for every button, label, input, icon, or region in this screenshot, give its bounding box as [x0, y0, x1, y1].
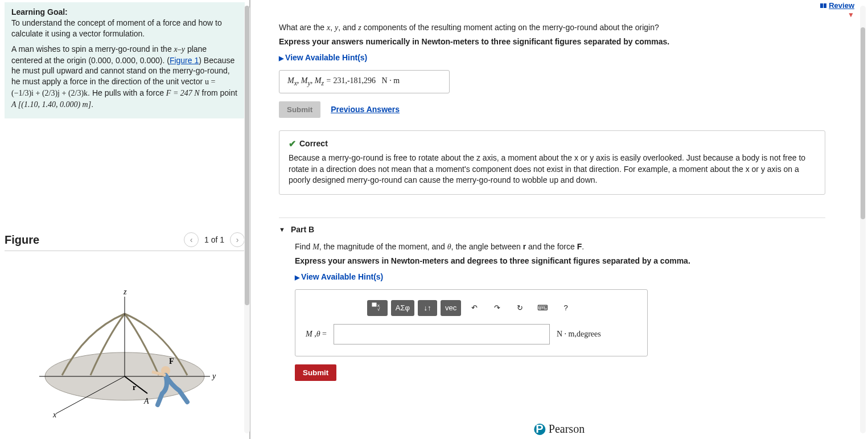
toolbar-keyboard-button[interactable]: ⌨ — [533, 300, 553, 316]
problem-statement: A man wishes to spin a merry-go-round in… — [11, 44, 238, 110]
partA-hints-toggle[interactable]: View Available Hint(s) — [279, 53, 825, 62]
partA-answer-value: 231,-181,296 — [333, 76, 376, 85]
force-value: F = 247 N — [166, 89, 200, 97]
content: What are the x, y, and z components of t… — [279, 23, 825, 381]
partA-submit-button[interactable]: Submit — [279, 101, 320, 118]
text: What are the — [279, 23, 327, 32]
partA-submit-row: Submit Previous Answers — [279, 101, 825, 118]
force-F-label: F — [169, 357, 174, 366]
partB-answer-box: x√ ΑΣφ ↓↑ vec ↶ ↷ ↻ ⌨ ? M ,θ = N — [295, 289, 648, 356]
axis-z-label: z — [123, 288, 127, 296]
review-label: Review — [829, 1, 854, 10]
figure-pager: ‹ 1 of 1 › — [184, 232, 245, 247]
axis-x-label: x — [52, 411, 57, 419]
toolbar-greek-button[interactable]: ΑΣφ — [391, 300, 414, 316]
partA-question: What are the x, y, and z components of t… — [279, 23, 825, 32]
text: A man wishes to spin a merry-go-round in… — [11, 44, 174, 54]
input-label: M ,θ = — [306, 330, 327, 339]
partB-hints-toggle[interactable]: View Available Hint(s) — [295, 272, 825, 281]
goal-text: To understand the concept of moment of a… — [11, 18, 222, 38]
right-pane: Review ▼ What are the x, y, and z compon… — [250, 0, 868, 439]
figure-next-button[interactable]: › — [230, 232, 245, 247]
equation-toolbar: x√ ΑΣφ ↓↑ vec ↶ ↷ ↻ ⌨ ? — [306, 300, 637, 316]
toolbar-vec-button[interactable]: vec — [441, 300, 461, 316]
answer-label: Mx, My, Mz = — [287, 76, 333, 85]
left-scrollbar[interactable] — [244, 6, 250, 433]
learning-goal-box: Learning Goal: To understand the concept… — [5, 2, 245, 118]
axis-y-label: y — [211, 372, 216, 380]
partA-feedback: ✔ Correct Because a merry-go-round is fr… — [279, 130, 825, 195]
vector-r-label: r — [133, 383, 136, 392]
figure-pager-text: 1 of 1 — [204, 235, 224, 244]
scroll-thumb[interactable] — [861, 27, 865, 220]
svg-text:√: √ — [377, 307, 380, 311]
right-scrollbar[interactable] — [860, 6, 866, 433]
figure-prev-button[interactable]: ‹ — [184, 232, 199, 247]
figure-header: Figure ‹ 1 of 1 › — [5, 232, 245, 251]
partB-header[interactable]: Part B — [279, 218, 825, 234]
correct-body: Because a merry-go-round is free to rota… — [289, 153, 805, 184]
pearson-label: Pearson — [549, 422, 585, 436]
origin-coords: (0.000, 0.000, 0.000) — [88, 56, 162, 65]
toolbar-reset-button[interactable]: ↻ — [510, 300, 529, 316]
partB-units: N · m,degrees — [557, 330, 601, 339]
left-pane: Learning Goal: To understand the concept… — [0, 0, 250, 439]
check-icon: ✔ — [289, 138, 296, 150]
partA-instruction: Express your answers numerically in Newt… — [279, 37, 825, 46]
svg-rect-7 — [372, 303, 376, 306]
partA-answer-display: Mx, My, Mz = 231,-181,296 N · m — [279, 70, 450, 93]
text: from point — [200, 88, 237, 97]
toolbar-redo-button[interactable]: ↷ — [487, 300, 507, 316]
text: . He pulls with a force — [88, 88, 166, 97]
figure-title: Figure — [5, 233, 39, 247]
chevron-down-icon[interactable]: ▼ — [848, 11, 854, 19]
point-A-label: A — [143, 397, 149, 405]
toolbar-template-button[interactable]: x√ — [367, 300, 388, 316]
scroll-thumb[interactable] — [245, 6, 249, 305]
partB-body: Find M, the magnitude of the moment, and… — [295, 242, 825, 381]
partB-answer-input[interactable] — [334, 324, 550, 344]
correct-header: ✔ Correct — [289, 138, 816, 150]
point-A: A [(1.10, 1.40, 0.000) m] — [11, 100, 91, 109]
figure-image: z y x A F r — [5, 268, 245, 428]
goal-title: Learning Goal: — [11, 7, 68, 17]
previous-answers-link[interactable]: Previous Answers — [331, 105, 400, 114]
pearson-brand: P Pearson — [534, 422, 585, 436]
review-link[interactable]: Review — [820, 1, 854, 10]
correct-title: Correct — [299, 138, 328, 150]
toolbar-subscript-button[interactable]: ↓↑ — [418, 300, 437, 316]
partB-instruction: Express your answers in Newton-meters an… — [295, 256, 825, 265]
partB-submit-button[interactable]: Submit — [295, 364, 336, 381]
partB-question: Find M, the magnitude of the moment, and… — [295, 242, 825, 252]
partB-input-row: M ,θ = N · m,degrees — [306, 324, 637, 344]
review-icon — [820, 3, 826, 8]
toolbar-help-button[interactable]: ? — [556, 300, 575, 316]
top-bar: Review ▼ — [820, 1, 854, 19]
pearson-logo-icon: P — [534, 424, 545, 435]
text: components of the resulting moment actin… — [361, 23, 659, 32]
figure-link[interactable]: Figure 1 — [170, 56, 199, 65]
partA-answer-units: N · m — [382, 76, 400, 85]
toolbar-undo-button[interactable]: ↶ — [464, 300, 484, 316]
partB-title: Part B — [291, 225, 314, 234]
partB-submit-row: Submit — [295, 364, 825, 381]
